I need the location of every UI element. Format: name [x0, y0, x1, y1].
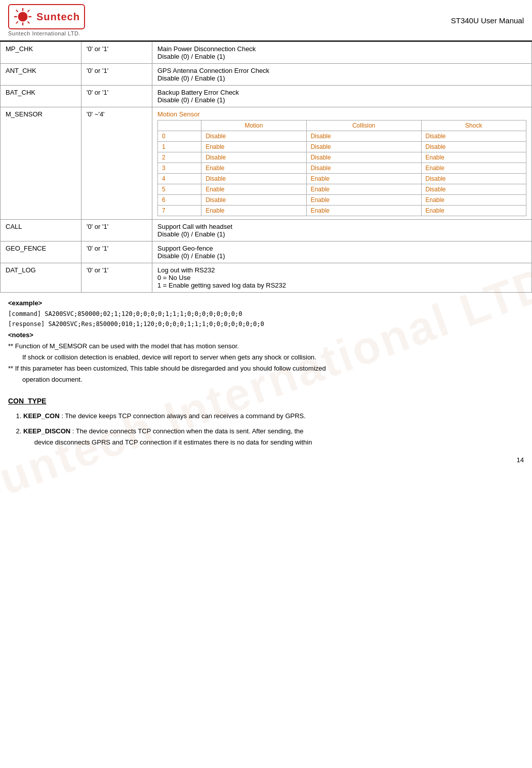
sensor-row-cell: Enable: [421, 152, 526, 163]
sensor-row-cell: Disable: [421, 142, 526, 152]
sensor-row-cell: Disable: [306, 131, 421, 142]
sensor-row: 7EnableEnableEnable: [158, 206, 526, 216]
sensor-row-cell: Enable: [421, 163, 526, 174]
table-row-m-sensor: M_SENSOR '0' ~'4' Motion Sensor Motion C…: [1, 107, 532, 220]
con-type-list: KEEP_CON : The device keeps TCP connecti…: [8, 411, 524, 448]
svg-line-8: [16, 22, 18, 24]
sensor-row-num: 1: [158, 142, 201, 152]
response-line: [response] SA200SVC;Res;850000;010;1;120…: [8, 319, 524, 329]
sensor-row-num: 7: [158, 206, 201, 216]
logo-subtext: Suntech International LTD.: [8, 30, 80, 36]
sensor-row: 5EnableEnableDisable: [158, 184, 526, 195]
row-name-m-sensor: M_SENSOR: [1, 107, 81, 220]
sensor-row-cell: Enable: [201, 184, 306, 195]
sensor-row-cell: Enable: [306, 206, 421, 216]
notes-label: <notes>: [8, 330, 524, 341]
inner-header-collision: Collision: [306, 120, 421, 131]
keep-discon-label: KEEP_DISCON: [23, 427, 70, 435]
sensor-row-cell: Enable: [201, 206, 306, 216]
sensor-row-cell: Enable: [306, 184, 421, 195]
table-row: MP_CHK '0' or '1' Main Power Disconnecti…: [1, 42, 532, 64]
sensor-row-cell: Disable: [421, 184, 526, 195]
sensor-row: 3EnableDisableEnable: [158, 163, 526, 174]
sensor-row-num: 6: [158, 195, 201, 206]
note1: ** Function of M_SEMSOR can be used with…: [8, 341, 524, 352]
row-value-mp-chk: '0' or '1': [81, 42, 152, 64]
row-name-geo-fence: GEO_FENCE: [1, 241, 81, 263]
row-value-call: '0' or '1': [81, 220, 152, 241]
row-desc-dat-log: Log out with RS232 0 = No Use 1 = Enable…: [152, 263, 532, 293]
sensor-row-num: 5: [158, 184, 201, 195]
logo-box: Suntech: [8, 4, 85, 29]
suntech-logo-icon: [13, 7, 32, 26]
svg-line-5: [16, 10, 18, 12]
row-value-bat-chk: '0' or '1': [81, 86, 152, 107]
sensor-row-num: 4: [158, 174, 201, 184]
note4: operation document.: [8, 374, 524, 385]
header-title: ST340U User Manual: [451, 16, 524, 25]
sensor-row-num: 0: [158, 131, 201, 142]
table-row: ANT_CHK '0' or '1' GPS Antenna Connectio…: [1, 64, 532, 86]
row-value-m-sensor: '0' ~'4': [81, 107, 152, 220]
sensor-row: 1EnableDisableDisable: [158, 142, 526, 152]
sensor-row-cell: Disable: [306, 142, 421, 152]
table-row: BAT_CHK '0' or '1' Backup Battery Error …: [1, 86, 532, 107]
svg-line-7: [28, 10, 30, 12]
example-label: <example>: [8, 298, 524, 309]
row-name-bat-chk: BAT_CHK: [1, 86, 81, 107]
note3: ** If this parameter has been customized…: [8, 363, 524, 374]
row-desc-m-sensor: Motion Sensor Motion Collision Shock 0Di…: [152, 107, 532, 220]
row-value-ant-chk: '0' or '1': [81, 64, 152, 86]
con-type-title: CON_TYPE: [8, 395, 524, 408]
keep-con-label: KEEP_CON: [23, 412, 60, 420]
row-name-mp-chk: MP_CHK: [1, 42, 81, 64]
sensor-row-cell: Disable: [421, 174, 526, 184]
sensor-row-cell: Enable: [306, 195, 421, 206]
row-name-call: CALL: [1, 220, 81, 241]
svg-line-6: [28, 22, 30, 24]
sensor-row-cell: Disable: [201, 131, 306, 142]
main-table: MP_CHK '0' or '1' Main Power Disconnecti…: [0, 42, 532, 293]
list-item: KEEP_CON : The device keeps TCP connecti…: [23, 411, 524, 422]
motion-sensor-table: Motion Collision Shock 0DisableDisableDi…: [157, 120, 526, 216]
inner-header-num: [158, 120, 201, 131]
sensor-row-cell: Enable: [421, 206, 526, 216]
sensor-row-cell: Enable: [421, 195, 526, 206]
sensor-row-cell: Disable: [201, 195, 306, 206]
list-item: KEEP_DISCON : The device connects TCP co…: [23, 426, 524, 448]
table-row: DAT_LOG '0' or '1' Log out with RS232 0 …: [1, 263, 532, 293]
keep-con-desc: : The device keeps TCP connection always…: [61, 412, 306, 420]
row-desc-mp-chk: Main Power Disconnection CheckDisable (0…: [152, 42, 532, 64]
inner-header-shock: Shock: [421, 120, 526, 131]
notes-section: <example> [command] SA200SVC;850000;02;1…: [0, 293, 532, 390]
row-name-dat-log: DAT_LOG: [1, 263, 81, 293]
row-desc-call: Support Call with headsetDisable (0) / E…: [152, 220, 532, 241]
logo-text: Suntech: [36, 11, 80, 23]
row-value-geo-fence: '0' or '1': [81, 241, 152, 263]
sensor-row-num: 2: [158, 152, 201, 163]
sensor-row: 2DisableDisableEnable: [158, 152, 526, 163]
page-header: Suntech Suntech International LTD. ST340…: [0, 0, 532, 42]
sensor-row-cell: Disable: [421, 131, 526, 142]
con-type-section: CON_TYPE KEEP_CON : The device keeps TCP…: [0, 390, 532, 448]
sensor-row-cell: Disable: [306, 163, 421, 174]
sensor-row: 6DisableEnableEnable: [158, 195, 526, 206]
sensor-row-cell: Disable: [306, 152, 421, 163]
svg-point-0: [18, 12, 28, 22]
row-value-dat-log: '0' or '1': [81, 263, 152, 293]
sensor-row-cell: Enable: [201, 163, 306, 174]
note2: If shock or collision detection is enabl…: [8, 352, 524, 363]
table-row: CALL '0' or '1' Support Call with headse…: [1, 220, 532, 241]
logo-area: Suntech Suntech International LTD.: [8, 4, 85, 36]
row-name-ant-chk: ANT_CHK: [1, 64, 81, 86]
sensor-row-cell: Enable: [201, 142, 306, 152]
row-desc-bat-chk: Backup Battery Error CheckDisable (0) / …: [152, 86, 532, 107]
sensor-row-cell: Enable: [306, 174, 421, 184]
sensor-row: 0DisableDisableDisable: [158, 131, 526, 142]
inner-header-motion: Motion: [201, 120, 306, 131]
page-number: 14: [0, 452, 532, 468]
sensor-row-cell: Disable: [201, 152, 306, 163]
sensor-row: 4DisableEnableDisable: [158, 174, 526, 184]
table-row: GEO_FENCE '0' or '1' Support Geo-fenceDi…: [1, 241, 532, 263]
row-desc-geo-fence: Support Geo-fenceDisable (0) / Enable (1…: [152, 241, 532, 263]
